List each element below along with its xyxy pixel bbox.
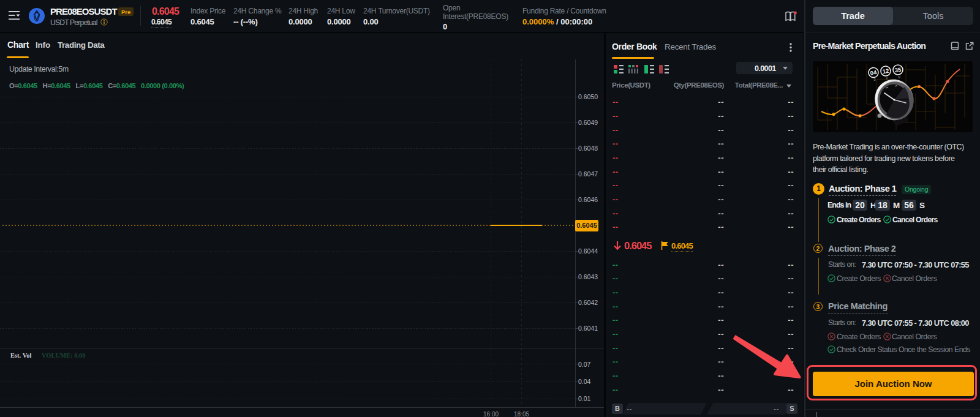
- svg-text:35: 35: [894, 66, 902, 73]
- svg-text:H: H: [886, 77, 888, 80]
- svg-text:12: 12: [882, 67, 889, 75]
- svg-text:M: M: [898, 76, 900, 79]
